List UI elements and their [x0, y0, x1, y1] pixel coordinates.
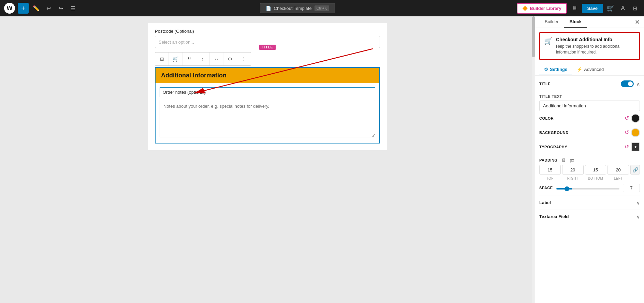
tab-settings[interactable]: ⚙ Settings [539, 64, 572, 75]
top-bar-left: W + ✏️ ↩ ↪ ☰ [4, 3, 78, 14]
padding-unit: px [570, 158, 574, 163]
title-text-field-label: TITLE TEXT [539, 94, 640, 99]
padding-grid-wrapper: TOP RIGHT BOTTOM LEFT [539, 165, 629, 180]
order-notes-label: Order notes (optional) [160, 87, 375, 97]
padding-left-input[interactable] [609, 167, 627, 172]
textarea-chevron-icon[interactable]: ∨ [636, 214, 640, 219]
wordpress-logo[interactable]: W [4, 3, 15, 14]
template-icon: 📄 [266, 6, 271, 11]
background-label: BACKGROUND [539, 131, 569, 135]
toolbar-cart-button[interactable]: 🛒 [169, 52, 182, 65]
template-label: Checkout Template [274, 6, 312, 11]
toolbar-columns-button[interactable]: ⊞ [155, 52, 169, 65]
save-button[interactable]: Save [582, 4, 603, 13]
padding-header: PADDING 🖥 px [539, 154, 640, 165]
title-badge: TITLE [259, 45, 276, 50]
color-actions: ↺ [625, 114, 640, 123]
background-actions: ↺ [625, 128, 640, 137]
label-chevron-icon[interactable]: ∨ [636, 200, 640, 206]
canvas-area: Postcode (Optional) Select an option... … [0, 16, 535, 303]
shortcut-badge: Ctrl+K [314, 5, 329, 11]
toolbar-width-button[interactable]: ↔ [210, 52, 223, 65]
wp-logo-text: W [7, 5, 13, 12]
postcode-label: Postcode (Optional) [155, 23, 380, 34]
settings-advanced-tabs: ⚙ Settings ⚡ Advanced [535, 64, 644, 76]
color-label: COLOR [539, 116, 554, 120]
template-button[interactable]: 📄 Checkout Template Ctrl+K [260, 3, 335, 13]
additional-info-block: Additional Information Order notes (opti… [155, 67, 380, 143]
info-card-description: Help the shoppers to add additional info… [556, 44, 635, 55]
astra-icon-button[interactable]: A [618, 3, 628, 13]
tab-advanced[interactable]: ⚡ Advanced [572, 64, 609, 75]
top-bar: W + ✏️ ↩ ↪ ☰ 📄 Checkout Template Ctrl+K … [0, 0, 644, 16]
label-section-header[interactable]: Label ∨ [539, 200, 640, 206]
textarea-section-header[interactable]: Textarea Field ∨ [539, 214, 640, 219]
postcode-placeholder: Select an option... [159, 40, 194, 45]
background-reset-button[interactable]: ↺ [625, 129, 629, 136]
title-chevron-icon[interactable]: ∧ [636, 81, 640, 87]
textarea-section: Textarea Field ∨ [539, 210, 640, 224]
preview-desktop-button[interactable]: 🖥 [570, 3, 579, 13]
left-sublabel: LEFT [608, 177, 629, 180]
advanced-icon: ⚡ [577, 67, 582, 72]
info-card: 🛒 Checkout Additional Info Help the shop… [539, 32, 640, 60]
padding-top-cell [539, 165, 561, 175]
padding-grid [539, 165, 629, 175]
tab-block[interactable]: Block [564, 16, 587, 28]
undo-button[interactable]: ↩ [44, 3, 53, 13]
label-section-title: Label [539, 200, 551, 205]
toolbar-more-button[interactable]: ⋮ [237, 52, 251, 65]
panel-close-button[interactable]: ✕ [635, 18, 640, 26]
tab-builder[interactable]: Builder [539, 16, 564, 28]
typo-icon: T [634, 145, 636, 149]
layout-icon-button[interactable]: ⊞ [630, 3, 640, 13]
padding-right-cell [562, 165, 584, 175]
additional-info-body: Order notes (optional) [156, 83, 379, 143]
panel-header: Builder Block ✕ [535, 16, 644, 28]
space-slider[interactable] [556, 188, 619, 190]
padding-left-cell [608, 165, 629, 175]
save-label: Save [587, 6, 598, 11]
builder-library-button[interactable]: 🔶 Builder Library [517, 3, 567, 14]
color-picker[interactable] [631, 114, 640, 123]
edit-icon-button[interactable]: ✏️ [31, 3, 41, 13]
info-card-icon: 🛒 [544, 37, 553, 45]
title-section-label: Title [539, 82, 551, 86]
label-section: Label ∨ [539, 196, 640, 210]
add-block-button[interactable]: + [18, 3, 29, 14]
toolbar-drag-button[interactable]: ⠿ [182, 52, 196, 65]
color-reset-button[interactable]: ↺ [625, 115, 629, 121]
scrollbar-thumb[interactable] [532, 16, 535, 57]
space-value-input[interactable] [623, 184, 640, 192]
toolbar-move-button[interactable]: ↕ [196, 52, 210, 65]
scrollbar-track[interactable] [532, 16, 535, 303]
right-panel: Builder Block ✕ 🛒 Checkout Additional In… [535, 16, 644, 303]
typography-row: TYPOGRAPHY ↺ T [539, 140, 640, 154]
panel-body: Title ∧ TITLE TEXT COLOR ↺ BACKGROUND [535, 76, 644, 303]
order-notes-textarea[interactable] [160, 100, 375, 137]
bottom-sublabel: BOTTOM [585, 177, 606, 180]
list-view-button[interactable]: ☰ [68, 3, 78, 13]
padding-bottom-input[interactable] [587, 167, 605, 172]
padding-right-input[interactable] [564, 167, 582, 172]
toolbar-settings-button[interactable]: ⚙ [223, 52, 237, 65]
padding-device-icon[interactable]: 🖥 [561, 157, 566, 163]
typography-picker[interactable]: T [631, 142, 640, 151]
typography-reset-button[interactable]: ↺ [625, 143, 629, 150]
block-toolbar-wrapper: TITLE ⊞ 🛒 ⠿ ↕ ↔ ⚙ ⋮ [155, 52, 380, 66]
padding-lock-button[interactable]: 🔗 [630, 165, 640, 175]
background-picker[interactable] [631, 128, 640, 137]
typography-label: TYPOGRAPHY [539, 145, 567, 149]
title-toggle[interactable] [621, 80, 634, 87]
space-label: SPACE [539, 186, 553, 190]
space-row: SPACE [539, 180, 640, 196]
color-row: COLOR ↺ [539, 111, 640, 125]
redo-button[interactable]: ↪ [56, 3, 65, 13]
block-toolbar: ⊞ 🛒 ⠿ ↕ ↔ ⚙ ⋮ [155, 52, 251, 66]
builder-block-tabs: Builder Block [539, 16, 587, 28]
info-card-title: Checkout Additional Info [556, 37, 635, 42]
additional-info-header: Additional Information [156, 68, 379, 83]
padding-top-input[interactable] [541, 167, 559, 172]
woocommerce-icon-button[interactable]: 🛒 [606, 3, 615, 13]
title-text-input[interactable] [539, 101, 640, 111]
